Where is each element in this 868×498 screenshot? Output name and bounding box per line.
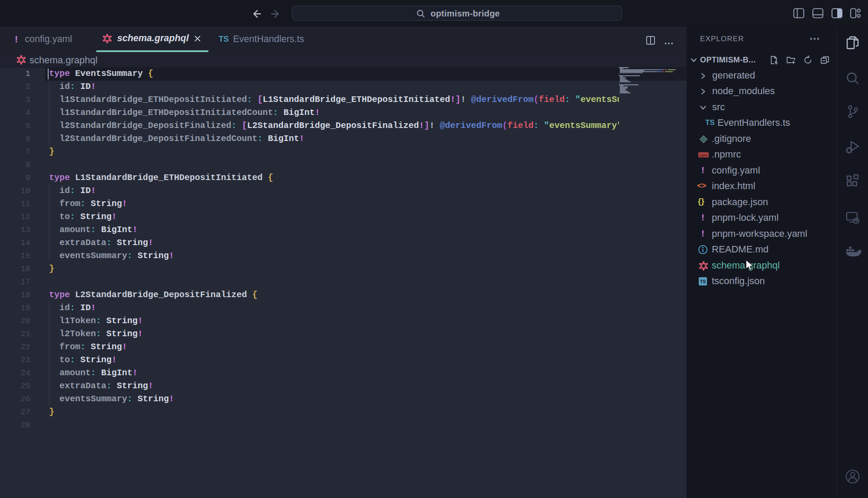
svg-text:npm: npm — [700, 153, 708, 157]
svg-text:TS: TS — [700, 279, 706, 284]
